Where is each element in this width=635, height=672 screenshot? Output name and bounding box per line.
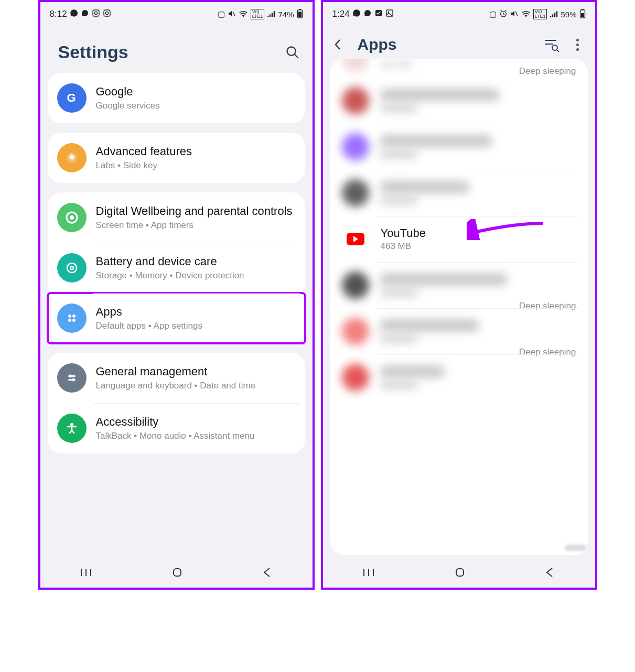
advanced-icon (57, 143, 87, 172)
volte-icon: Vo)LTE1 (251, 9, 265, 19)
settings-row-apps[interactable]: AppsDefault apps • App settings (48, 293, 305, 343)
app-size (381, 288, 417, 297)
filter-search-button[interactable] (544, 38, 558, 51)
app-row[interactable] (330, 354, 588, 400)
svg-point-5 (243, 16, 244, 17)
row-subtitle: Labs • Side key (96, 160, 296, 171)
battery-percent: 74% (278, 10, 294, 19)
svg-rect-37 (580, 13, 584, 17)
svg-rect-2 (104, 10, 110, 16)
row-subtitle: Google services (96, 101, 296, 111)
status-time: 1:24 (332, 9, 350, 19)
svg-point-3 (105, 12, 108, 14)
image-icon (385, 9, 394, 20)
mute-icon (228, 9, 236, 19)
row-subtitle: Screen time • App timers (96, 220, 296, 231)
volte-icon: Vo)LTE1 (533, 9, 547, 19)
apps-icon (57, 304, 87, 333)
back-button[interactable] (332, 37, 343, 52)
signal-icon (267, 10, 275, 19)
battery-icon (57, 253, 87, 283)
back-button[interactable] (262, 566, 273, 581)
battery-percent: 59% (561, 10, 576, 19)
whatsapp-icon (70, 9, 78, 20)
svg-rect-45 (456, 569, 464, 576)
app-name (381, 320, 478, 331)
svg-point-31 (388, 11, 389, 13)
svg-point-19 (72, 319, 76, 322)
instagram-icon (103, 9, 111, 20)
youtube-icon (342, 225, 369, 253)
row-subtitle: Language and keyboard • Date and time (96, 381, 296, 391)
settings-row-google[interactable]: GGoogleGoogle services (48, 73, 305, 123)
back-button[interactable] (545, 566, 555, 581)
settings-row-wellbeing[interactable]: Digital Wellbeing and parental controlsS… (48, 192, 305, 243)
app-row[interactable] (330, 170, 588, 216)
row-title: Apps (96, 305, 296, 319)
app-row[interactable]: 303 MB Deep sleeping (330, 61, 588, 78)
settings-list[interactable]: GGoogleGoogle servicesAdvanced featuresL… (40, 73, 313, 559)
row-subtitle: Default apps • App settings (96, 321, 296, 331)
cast-icon: ▢ (218, 9, 225, 19)
page-title: Settings (58, 42, 128, 62)
accessibility-icon (57, 414, 87, 443)
apps-screen: 1:24 ▢ (321, 0, 597, 590)
settings-card: Digital Wellbeing and parental controlsS… (48, 192, 305, 343)
app-row[interactable] (330, 124, 588, 170)
app-icon (342, 272, 369, 299)
home-button[interactable] (454, 566, 466, 581)
svg-rect-36 (582, 9, 584, 10)
svg-point-14 (70, 215, 74, 220)
app-size (381, 381, 417, 389)
more-options-button[interactable] (573, 39, 583, 51)
apps-list[interactable]: 303 MB Deep sleeping YouTube463 MBDeep s… (330, 59, 588, 555)
scroll-indicator (565, 545, 587, 551)
svg-point-23 (72, 378, 75, 382)
settings-row-battery[interactable]: Battery and device careStorage • Memory … (48, 243, 305, 293)
recents-button[interactable] (80, 567, 92, 580)
whatsapp-icon (352, 9, 361, 20)
app-size (381, 150, 417, 158)
svg-line-33 (515, 12, 518, 16)
settings-row-general[interactable]: General managementLanguage and keyboard … (48, 353, 305, 403)
wellbeing-icon (57, 203, 87, 232)
settings-card: GGoogleGoogle services (48, 73, 305, 123)
battery-icon (297, 9, 303, 20)
search-button[interactable] (285, 45, 300, 60)
app-size: 303 MB (381, 60, 423, 70)
wifi-icon (521, 10, 531, 19)
settings-row-accessibility[interactable]: AccessibilityTalkBack • Mono audio • Ass… (48, 403, 305, 453)
chat-icon (81, 9, 89, 20)
app-size: 463 MB (381, 241, 576, 252)
svg-point-18 (68, 319, 71, 322)
home-button[interactable] (171, 566, 184, 581)
app-status: Deep sleeping (519, 66, 576, 77)
svg-point-1 (94, 12, 97, 14)
recents-button[interactable] (362, 567, 375, 580)
page-header: Apps (323, 26, 595, 59)
svg-point-17 (72, 315, 76, 318)
svg-point-40 (552, 45, 557, 50)
general-icon (57, 363, 87, 393)
app-name (381, 89, 499, 101)
svg-text:G: G (67, 91, 76, 104)
settings-row-advanced[interactable]: Advanced featuresLabs • Side key (48, 133, 305, 183)
svg-rect-0 (93, 10, 99, 16)
app-row-youtube[interactable]: YouTube463 MB (330, 216, 588, 262)
app-row[interactable] (330, 78, 588, 124)
svg-line-4 (233, 12, 235, 16)
row-title: Battery and device care (96, 255, 296, 268)
status-bar: 8:12 ▢ (40, 2, 313, 26)
cast-icon: ▢ (489, 9, 497, 19)
app-row[interactable]: Deep sleeping (330, 262, 588, 308)
row-title: Google (96, 85, 296, 99)
app-row[interactable]: Deep sleeping (330, 308, 588, 354)
app-name (381, 274, 507, 285)
svg-point-9 (287, 47, 295, 55)
app-icon (342, 364, 369, 391)
app-size (381, 104, 417, 112)
app-size (381, 334, 417, 343)
row-title: Digital Wellbeing and parental controls (96, 204, 296, 218)
svg-point-15 (67, 263, 77, 273)
app-icon (342, 318, 369, 345)
